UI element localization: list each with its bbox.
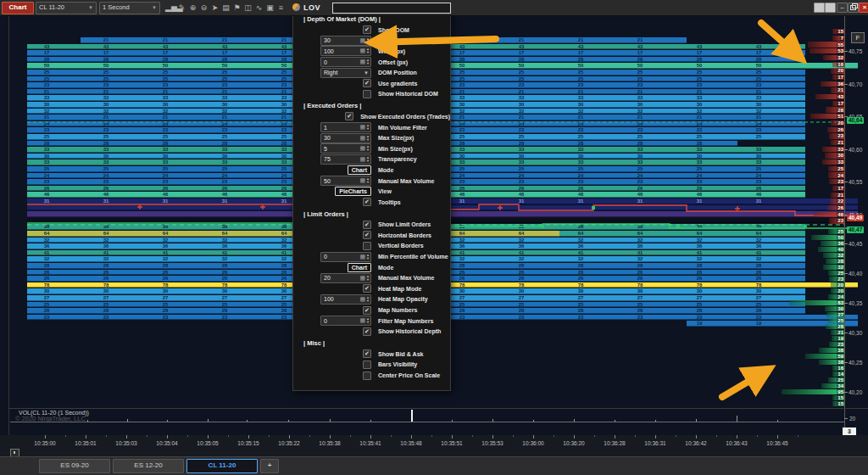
checkbox[interactable] — [363, 360, 371, 369]
spinner-arrows[interactable]: ▲▼ — [365, 275, 370, 282]
dom-ask-row: 17 — [832, 101, 844, 106]
instrument-select[interactable]: CL 11-20 ▼ — [36, 2, 97, 14]
heatmap-volume-number: 25 — [44, 70, 50, 75]
spinner-arrows[interactable]: ▲▼ — [365, 48, 370, 54]
checkbox[interactable]: ✔ — [363, 25, 371, 34]
mode-button[interactable]: Chart — [348, 165, 371, 175]
volume-bar — [574, 419, 575, 422]
indicator-zigzag-icon[interactable]: ∿ — [253, 3, 264, 12]
fixed-scale-button[interactable]: F — [851, 32, 865, 43]
number-input[interactable]: 1▦▲▼ — [320, 122, 371, 132]
zoom-out-icon[interactable]: ⊖ — [198, 3, 209, 12]
spinner-arrows[interactable]: ▲▼ — [365, 135, 370, 142]
heatmap-volume-number: 28 — [459, 141, 465, 147]
spinner-arrows[interactable]: ▲▼ — [365, 177, 370, 184]
checkbox[interactable]: ✔ — [345, 112, 353, 120]
number-input[interactable]: 100▦▲▼ — [320, 46, 371, 56]
checkbox[interactable] — [363, 90, 371, 98]
checkbox[interactable]: ✔ — [363, 327, 371, 336]
setting-label: Heat Map Opacity — [371, 296, 428, 302]
checkbox[interactable] — [363, 372, 371, 380]
number-input[interactable]: 0▦▲▼ — [320, 316, 371, 326]
checkbox[interactable] — [363, 242, 371, 250]
heatmap-volume-number: 25 — [163, 76, 169, 82]
heatmap-volume-number: 30 — [637, 288, 643, 294]
heatmap-volume-number: 21 — [637, 37, 643, 43]
restore-button[interactable] — [848, 3, 859, 13]
number-input[interactable]: 0▦▲▼ — [320, 252, 371, 262]
spinner-arrows[interactable]: ▲▼ — [365, 145, 370, 152]
checkbox[interactable]: ✔ — [363, 198, 371, 206]
heatmap-volume-number: 25 — [578, 134, 584, 140]
chart-tab[interactable]: Chart — [2, 2, 34, 14]
spinner-arrows[interactable]: ▲▼ — [365, 254, 370, 260]
window-button-2[interactable] — [825, 3, 836, 13]
alert-flag-icon[interactable]: ⚑ — [231, 3, 242, 12]
properties-list-icon[interactable]: ≡ — [275, 3, 287, 12]
checkbox[interactable]: ✔ — [363, 231, 371, 239]
number-input[interactable]: 75▦▲▼ — [320, 154, 371, 165]
heatmap-volume-number: 23 — [163, 82, 169, 88]
setting-label: Show Bid & Ask — [371, 351, 423, 357]
number-input[interactable]: 100▦▲▼ — [320, 294, 371, 305]
setting-control: ✔ — [293, 327, 371, 336]
data-series-icon[interactable]: ▤ — [220, 3, 231, 12]
spinner-arrows[interactable]: ▲▼ — [365, 317, 370, 324]
spinner-arrows[interactable]: ▲▼ — [365, 296, 370, 303]
heatmap-volume-number: 25 — [281, 76, 287, 82]
heatmap-volume-number: 33 — [519, 147, 525, 153]
heatmap-volume-number: 25 — [163, 70, 169, 75]
heatmap-volume-number: 23 — [222, 315, 228, 321]
window-button-1[interactable] — [814, 3, 825, 13]
heatmap-volume-number: 28 — [163, 57, 169, 63]
spinner-arrows[interactable]: ▲▼ — [365, 37, 370, 44]
heatmap-volume-number: 33 — [697, 147, 703, 153]
dom-size-value: 51 — [837, 114, 844, 119]
time-tick — [289, 435, 290, 439]
time-tick — [696, 435, 697, 439]
spinner-arrows[interactable]: ▲▼ — [365, 156, 370, 163]
pencil-draw-icon[interactable]: ✎ — [176, 3, 187, 12]
heatmap-volume-number: 50 — [44, 63, 50, 69]
strategies-clipboard-icon[interactable]: ▣ — [264, 3, 275, 12]
mode-button[interactable]: Chart — [348, 263, 371, 272]
close-button[interactable]: × — [859, 3, 868, 13]
number-input[interactable]: 5▦▲▼ — [320, 143, 371, 154]
bar-chart-icon[interactable]: ▂▅▃ — [165, 3, 176, 12]
setting-label: Tooltips — [371, 199, 401, 205]
workspace-tab-es-12-20[interactable]: ES 12-20 — [113, 459, 184, 473]
checkbox[interactable]: ✔ — [363, 306, 371, 315]
time-minor-tick — [106, 435, 107, 437]
checkbox[interactable]: ✔ — [363, 79, 371, 87]
heatmap-volume-number: 30 — [222, 288, 228, 294]
checkbox[interactable]: ✔ — [363, 284, 371, 293]
number-input[interactable]: 30▦▲▼ — [320, 133, 371, 143]
cursor-pointer-icon[interactable]: ➤ — [209, 3, 220, 12]
zoom-in-icon[interactable]: ⊕ — [187, 3, 198, 12]
heatmap-volume-number: 21 — [163, 37, 169, 43]
workspace-tab-cl-11-20[interactable]: CL 11-20 — [186, 459, 258, 473]
spinner-arrows[interactable]: ▲▼ — [365, 59, 370, 65]
checkbox[interactable]: ✔ — [363, 221, 371, 229]
indicator-toolbar-input[interactable] — [332, 3, 451, 14]
mode-button[interactable]: PieCharts — [335, 187, 371, 196]
heatmap-volume-number: 38 — [163, 224, 169, 230]
market-analyzer-icon[interactable]: ◫ — [242, 3, 253, 12]
dom-bid-row: 20 — [831, 282, 844, 288]
heatmap-volume-number: 30 — [459, 102, 465, 108]
heatmap-volume-number: 21 — [519, 37, 525, 43]
spinner-arrows[interactable]: ▲▼ — [365, 124, 370, 131]
interval-select[interactable]: 1 Second ▼ — [99, 2, 160, 14]
heatmap-volume-number: 26 — [222, 270, 228, 276]
workspace-tab-es-09-20[interactable]: ES 09-20 — [39, 459, 110, 473]
heatmap-volume-number: 50 — [163, 63, 169, 69]
number-input[interactable]: 20▦▲▼ — [320, 273, 371, 283]
number-input[interactable]: 50▦▲▼ — [320, 176, 371, 186]
heatmap-volume-number: 30 — [637, 154, 643, 159]
minimize-button[interactable]: – — [837, 3, 848, 13]
number-input[interactable]: 0▦▲▼ — [320, 57, 371, 67]
add-tab-button[interactable]: + — [260, 459, 279, 473]
checkbox[interactable]: ✔ — [363, 349, 371, 358]
dropdown-select[interactable]: Right▼ — [320, 68, 371, 78]
number-input[interactable]: 30▦▲▼ — [320, 36, 371, 46]
